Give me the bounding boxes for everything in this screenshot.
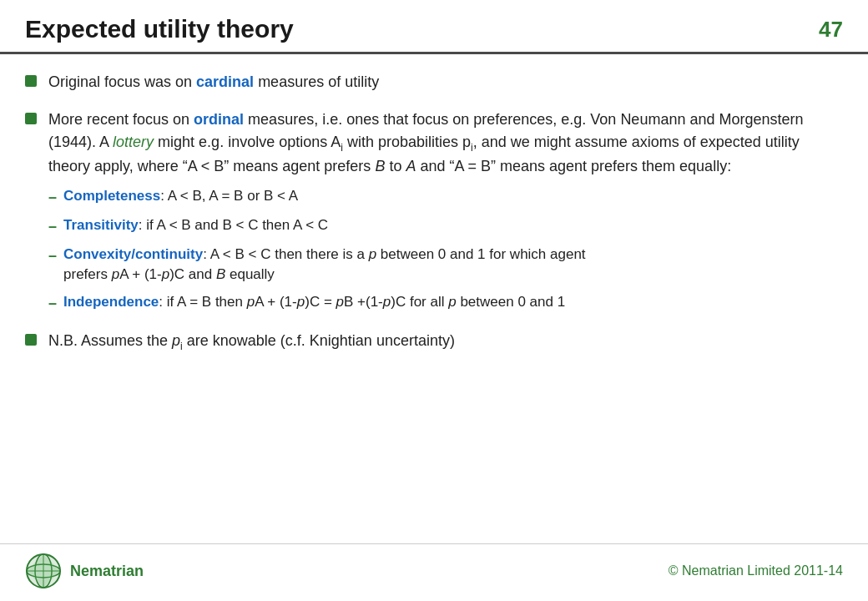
slide-footer: Nematrian © Nematrian Limited 2011-14	[0, 543, 868, 601]
bullet-text-3: N.B. Assumes the pi are knowable (c.f. K…	[48, 330, 455, 354]
dash-completeness: –	[48, 186, 57, 209]
brand-name: Nematrian	[70, 563, 144, 580]
lottery-highlight: lottery	[113, 134, 154, 150]
sub-bullet-convexity: – Convexity/continuity: A < B < C then t…	[48, 245, 843, 285]
sub-bullet-transitivity: – Transitivity: if A < B and B < C then …	[48, 215, 843, 238]
sub-bullet-text-independence: Independence: if A = B then pA + (1-p)C …	[63, 292, 565, 313]
sub-bullet-completeness: – Completeness: A < B, A = B or B < A	[48, 186, 843, 209]
bullet-text-2: More recent focus on ordinal measures, i…	[48, 109, 843, 315]
slide-container: Expected utility theory 47 Original focu…	[0, 0, 868, 601]
slide-content: Original focus was on cardinal measures …	[0, 54, 868, 543]
bullet-square-3	[25, 334, 37, 346]
dash-convexity: –	[48, 245, 57, 267]
sub-bullet-independence: – Independence: if A = B then pA + (1-p)…	[48, 292, 843, 315]
nematrian-logo	[25, 553, 62, 589]
slide-header: Expected utility theory 47	[0, 0, 868, 54]
bullet-square-2	[25, 113, 37, 124]
sub-bullets: – Completeness: A < B, A = B or B < A – …	[48, 186, 843, 315]
footer-brand-area: Nematrian	[25, 553, 144, 589]
sub-bullet-text-transitivity: Transitivity: if A < B and B < C then A …	[63, 215, 328, 236]
bullet-item-3: N.B. Assumes the pi are knowable (c.f. K…	[25, 330, 843, 354]
sub-bullet-text-convexity: Convexity/continuity: A < B < C then the…	[63, 245, 586, 285]
copyright-text: © Nematrian Limited 2011-14	[669, 563, 843, 578]
sub-bullet-text-completeness: Completeness: A < B, A = B or B < A	[63, 186, 298, 207]
dash-independence: –	[48, 292, 57, 315]
cardinal-highlight: cardinal	[196, 73, 254, 90]
bullet-item-1: Original focus was on cardinal measures …	[25, 71, 843, 93]
bullet-item-2: More recent focus on ordinal measures, i…	[25, 109, 843, 315]
label-completeness: Completeness	[63, 188, 160, 204]
ordinal-highlight: ordinal	[194, 111, 244, 128]
label-independence: Independence	[63, 294, 159, 310]
slide-title: Expected utility theory	[25, 15, 294, 43]
dash-transitivity: –	[48, 215, 57, 238]
label-transitivity: Transitivity	[63, 217, 139, 233]
bullet-text-1: Original focus was on cardinal measures …	[48, 71, 379, 93]
label-convexity: Convexity/continuity	[63, 246, 203, 262]
bullet-square-1	[25, 75, 37, 87]
page-number: 47	[819, 17, 843, 43]
